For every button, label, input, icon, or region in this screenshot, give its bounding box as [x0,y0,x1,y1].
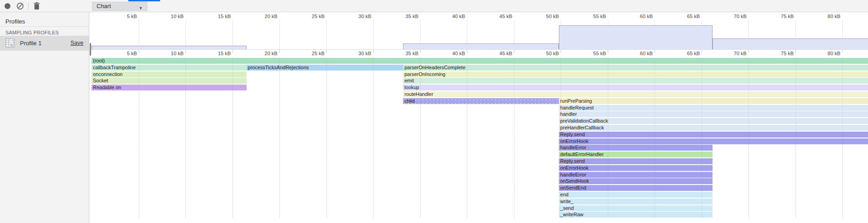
ruler-tick [608,50,608,53]
chevron-down-icon: ▼ [139,4,143,12]
overview-tick-label: 80 kB [813,14,840,19]
toolbar: Chart ▼ [0,0,868,12]
flame-gridline-overlay [233,58,233,218]
overview-gridline [279,20,280,50]
flame-frame-end[interactable]: end [559,192,713,198]
ruler-tick-label: 40 kB [438,51,465,56]
flame-frame-defaulterrorhandler[interactable]: defaultErrorHandler [559,152,713,157]
flame-frame-onsendhook[interactable]: onSendHook [559,178,713,184]
flame-frame-reply-send[interactable]: Reply.send [559,158,713,164]
flame-frame-onerrorhook[interactable]: onErrorHook [559,165,713,171]
overview-tick-label: 5 kB [110,14,137,19]
ruler-tick-label: 20 kB [250,51,277,56]
ruler-tick-label: 70 kB [719,51,747,56]
flame-frame-lookup[interactable]: lookup [403,85,868,90]
flame-frame-parseronincoming[interactable]: parserOnIncoming [403,71,868,77]
overview-tick-label: 75 kB [766,14,794,19]
sidebar-item-profile-1[interactable]: % Profile 1 Save [0,36,89,51]
flame-frame-handleerror[interactable]: handleError [559,145,713,151]
save-link[interactable]: Save [71,40,84,46]
flame-frame-onerrorhook[interactable]: onErrorHook [559,138,868,144]
flame-frame-prehandlercallback[interactable]: preHandlerCallback [559,125,868,131]
overview-tick-label: 35 kB [391,14,418,19]
view-mode-value: Chart [97,3,111,9]
flame-gridline-overlay [561,58,561,218]
ruler-tick [842,50,843,53]
record-button[interactable] [5,3,10,9]
ruler-tick-label: 60 kB [626,51,653,56]
overview-tick-label: 65 kB [673,14,700,19]
flame-gridline-overlay [795,58,796,218]
flame-gridline-overlay [139,58,139,218]
flame-frame-prevalidationcallback[interactable]: preValidationCallback [559,118,868,124]
flame-frame-reply-send[interactable]: Reply.send [559,132,868,138]
ruler-tick-label: 45 kB [485,51,512,56]
overview-gridline [373,20,373,50]
ruler-tick-label: 80 kB [813,51,840,56]
flame-gridline-overlay [420,58,421,218]
vertical-scrollbar-thumb[interactable] [90,43,91,56]
flame-gridline-overlay [279,58,280,218]
flame-frame-readable-on[interactable]: Readable.on [92,85,247,90]
flame-frame-send[interactable]: _send [559,205,713,211]
overview-area-step [92,46,247,49]
overview-area-step [559,25,713,49]
ruler-tick [655,50,655,53]
ruler-tick [185,50,186,53]
flame-frame-emit[interactable]: emit [403,78,868,84]
ruler-tick [795,50,796,53]
overview-tick-label: 15 kB [204,14,231,19]
ruler-tick [326,50,327,53]
ruler-tick [139,50,139,53]
svg-text:%: % [10,44,13,47]
toolbar-divider [28,2,29,10]
flame-frame-socket[interactable]: Socket [92,78,247,84]
ruler-tick-label: 5 kB [110,51,137,56]
memory-profiler-panel: Chart ▼ Profiles SAMPLING PROFILES % Pro… [0,0,868,223]
flame-frame-runpreparsing[interactable]: runPreParsing [559,98,868,104]
flame-gridline-overlay [655,58,655,218]
flame-frame-processticksandrejections[interactable]: processTicksAndRejections [247,65,403,71]
profile-name: Profile 1 [20,40,42,47]
flame-frame-callbacktrampoline[interactable]: callbackTrampoline [92,65,247,71]
ruler-tick [514,50,514,53]
flame-frame-root[interactable]: (root) [92,58,868,64]
flame-frame-writeraw[interactable]: _writeRaw [559,212,713,218]
flame-frame-handleerror[interactable]: handleError [559,172,713,178]
clear-profiles-icon[interactable] [16,2,24,10]
delete-profile-icon[interactable] [33,2,40,10]
flame-gridline-overlay [514,58,514,218]
flame-frame-onsendend[interactable]: onSendEnd [559,185,713,191]
flame-frame-parseronheaderscomplete[interactable]: parserOnHeadersComplete [403,65,868,71]
flame-frame-write[interactable]: write_ [559,199,713,204]
ruler-tick [702,50,702,53]
flame-frame-routehandler[interactable]: routeHandler [403,91,868,97]
overview-tick-label: 40 kB [438,14,465,19]
ruler-tick [233,50,233,53]
flame-frame-handlerequest[interactable]: handleRequest [559,105,868,111]
ruler-tick [279,50,280,53]
overview-tick-label: 20 kB [250,14,277,19]
overview-tick-label: 55 kB [579,14,606,19]
flame-gridline-overlay [467,58,467,218]
flame-frame-handler[interactable]: handler [559,111,868,117]
flame-frame-onconnection[interactable]: onconnection [92,71,247,77]
flame-gridline-overlay [702,58,702,218]
flame-frame-child[interactable]: child [403,98,559,104]
overview-tick-label: 25 kB [297,14,325,19]
ruler-tick [561,50,561,53]
ruler-tick [748,50,749,53]
flame-gridline-overlay [185,58,186,218]
profiles-title: Profiles [5,18,25,25]
ruler-tick-label: 15 kB [204,51,231,56]
flame-gridline-overlay [842,58,843,218]
view-mode-select[interactable]: Chart ▼ [92,2,147,11]
ruler-tick-label: 50 kB [532,51,559,56]
overview-tick-label: 50 kB [532,14,559,19]
overview-area-step [713,38,868,49]
overview-tick-label: 70 kB [719,14,747,19]
active-tab-indicator [128,0,160,1]
ruler-tick-label: 25 kB [297,51,325,56]
ruler-tick-label: 35 kB [391,51,418,56]
flame-gridline-overlay [326,58,327,218]
